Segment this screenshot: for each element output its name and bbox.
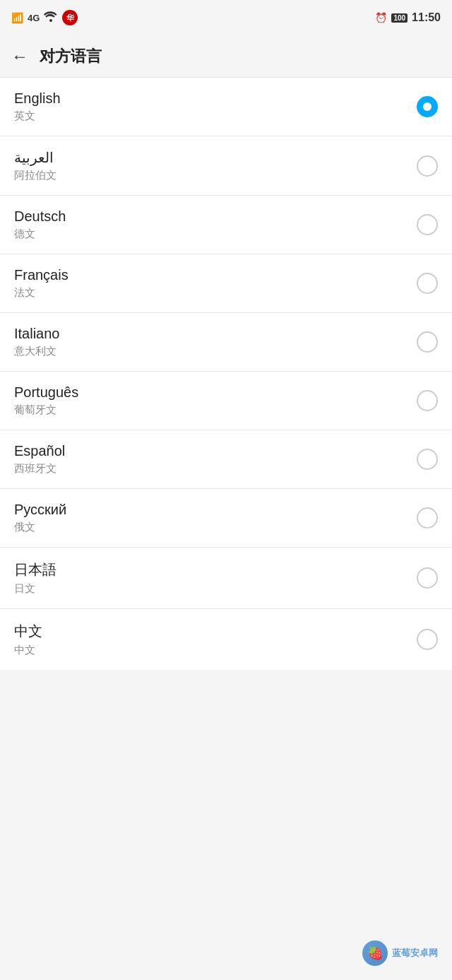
watermark-logo: 🍓 <box>362 940 388 966</box>
language-cn-deutsch: 德文 <box>14 228 66 241</box>
language-name-english: English <box>14 90 61 107</box>
language-text-group-japanese: 日本語日文 <box>14 560 56 596</box>
radio-chinese[interactable] <box>417 629 438 650</box>
huawei-icon: 华 <box>62 10 78 25</box>
language-cn-francais: 法文 <box>14 286 69 300</box>
alarm-icon: ⏰ <box>375 12 387 23</box>
radio-russian[interactable] <box>417 507 438 529</box>
language-text-group-english: English英文 <box>14 90 61 123</box>
language-item-italiano[interactable]: Italiano意大利文 <box>0 313 452 372</box>
back-button[interactable]: ← <box>11 47 28 66</box>
radio-italiano[interactable] <box>417 331 438 353</box>
battery-indicator: 100 <box>391 13 408 23</box>
language-text-group-chinese: 中文中文 <box>14 622 42 657</box>
language-name-espanol: Español <box>14 443 65 459</box>
language-name-portugues: Português <box>14 384 78 401</box>
language-item-japanese[interactable]: 日本語日文 <box>0 548 452 609</box>
language-text-group-espanol: Español西班牙文 <box>14 443 65 476</box>
language-text-group-russian: Русский俄文 <box>14 502 66 534</box>
radio-english[interactable] <box>417 96 438 117</box>
watermark: 🍓 蓝莓安卓网 <box>362 940 438 966</box>
status-bar-right: ⏰ 100 11:50 <box>375 11 441 24</box>
language-cn-chinese: 中文 <box>14 644 42 657</box>
language-item-arabic[interactable]: العربية阿拉伯文 <box>0 136 452 196</box>
status-bar-left: 📶 4G 华 <box>11 10 78 25</box>
language-item-francais[interactable]: Français法文 <box>0 254 452 313</box>
language-cn-portugues: 葡萄牙文 <box>14 403 78 417</box>
radio-arabic[interactable] <box>417 155 438 177</box>
language-cn-english: 英文 <box>14 110 61 123</box>
language-name-francais: Français <box>14 267 69 283</box>
language-item-english[interactable]: English英文 <box>0 78 452 136</box>
wifi-icon <box>44 11 58 25</box>
radio-japanese[interactable] <box>417 567 438 589</box>
language-name-russian: Русский <box>14 502 66 518</box>
language-item-espanol[interactable]: Español西班牙文 <box>0 430 452 489</box>
radio-portugues[interactable] <box>417 390 438 411</box>
language-cn-arabic: 阿拉伯文 <box>14 169 56 182</box>
language-name-italiano: Italiano <box>14 326 60 342</box>
language-text-group-italiano: Italiano意大利文 <box>14 326 60 358</box>
time-display: 11:50 <box>412 11 441 24</box>
language-item-portugues[interactable]: Português葡萄牙文 <box>0 372 452 430</box>
language-name-chinese: 中文 <box>14 622 42 641</box>
language-name-japanese: 日本語 <box>14 560 56 579</box>
language-cn-italiano: 意大利文 <box>14 345 60 358</box>
language-cn-russian: 俄文 <box>14 521 66 534</box>
language-text-group-arabic: العربية阿拉伯文 <box>14 149 56 182</box>
signal-icon: 📶 <box>11 12 23 23</box>
language-cn-japanese: 日文 <box>14 582 56 596</box>
language-name-arabic: العربية <box>14 149 56 166</box>
radio-deutsch[interactable] <box>417 214 438 235</box>
language-text-group-francais: Français法文 <box>14 267 69 300</box>
header: ← 对方语言 <box>0 35 452 78</box>
watermark-text: 蓝莓安卓网 <box>392 947 438 960</box>
language-item-russian[interactable]: Русский俄文 <box>0 489 452 548</box>
status-bar: 📶 4G 华 ⏰ 100 11:50 <box>0 0 452 35</box>
language-name-deutsch: Deutsch <box>14 208 66 225</box>
signal-text: 4G <box>28 13 40 23</box>
language-item-deutsch[interactable]: Deutsch德文 <box>0 196 452 254</box>
language-list: English英文العربية阿拉伯文Deutsch德文Français法文I… <box>0 78 452 670</box>
page-title: 对方语言 <box>40 46 102 67</box>
radio-francais[interactable] <box>417 273 438 294</box>
radio-espanol[interactable] <box>417 449 438 470</box>
language-text-group-deutsch: Deutsch德文 <box>14 208 66 241</box>
language-text-group-portugues: Português葡萄牙文 <box>14 384 78 417</box>
language-item-chinese[interactable]: 中文中文 <box>0 609 452 670</box>
language-cn-espanol: 西班牙文 <box>14 462 65 476</box>
